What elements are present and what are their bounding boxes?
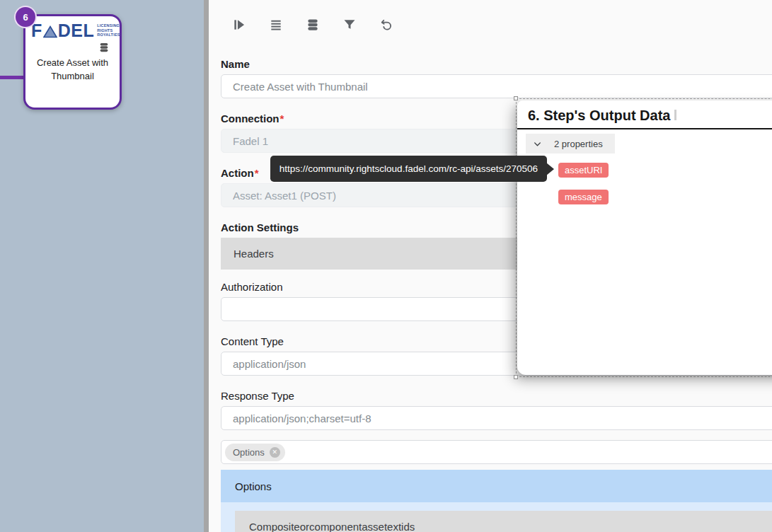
output-panel-title: 6. Step's Output Data — [517, 100, 772, 129]
step-output-panel: 6. Step's Output Data 2 properties asset… — [517, 100, 772, 375]
properties-expander[interactable]: 2 properties — [526, 134, 615, 154]
name-input[interactable] — [221, 74, 772, 98]
property-chip-list: assetURI message — [558, 163, 772, 204]
options-section-item[interactable]: Compositeorcomponentassetextids — [235, 511, 772, 532]
run-step-icon[interactable] — [232, 18, 246, 32]
property-chip-asseturi[interactable]: assetURI — [558, 163, 609, 178]
response-type-label: Response Type — [221, 390, 772, 403]
title-caret — [674, 110, 676, 120]
database-icon[interactable] — [306, 18, 320, 32]
required-asterisk: * — [280, 112, 284, 125]
step-card-title: Create Asset with Thumbnail — [30, 57, 115, 83]
fadel-logo-tagline: LICENSING RIGHTS ROYALTIES — [97, 23, 120, 38]
workflow-canvas: 6 F DEL LICENSING RIGHTS ROYALTIES — [0, 0, 204, 532]
fadel-logo-letter-f: F — [31, 22, 42, 39]
step-connector-line — [0, 76, 24, 79]
selection-handle-top-left[interactable] — [514, 96, 518, 100]
panel-divider-scrollbar[interactable] — [204, 0, 209, 532]
options-multiselect-field[interactable]: Options ✕ — [221, 440, 772, 464]
undo-icon[interactable] — [379, 18, 393, 32]
options-section-body: Compositeorcomponentassetextids — [221, 502, 772, 532]
remove-chip-icon[interactable]: ✕ — [270, 447, 280, 458]
asseturi-value-tooltip: https://community.rightscloud.fadel.com/… — [270, 156, 547, 182]
fadel-logo-letters-del: DEL — [58, 22, 95, 39]
property-chip-message[interactable]: message — [558, 190, 609, 204]
fadel-logo-triangle-icon — [43, 25, 57, 38]
options-section-header[interactable]: Options — [221, 470, 772, 502]
name-label: Name — [221, 58, 772, 71]
step-toolbar — [209, 0, 772, 58]
chevron-down-icon — [533, 139, 542, 149]
options-chip[interactable]: Options ✕ — [225, 444, 285, 461]
selection-handle-bottom-left[interactable] — [514, 375, 518, 379]
step-card-create-asset[interactable]: 6 F DEL LICENSING RIGHTS ROYALTIES — [23, 14, 122, 110]
properties-summary: 2 properties — [554, 139, 603, 149]
required-asterisk: * — [255, 167, 259, 179]
database-icon — [98, 42, 110, 53]
fadel-logo: F DEL LICENSING RIGHTS ROYALTIES — [30, 19, 115, 40]
step-number-badge: 6 — [16, 7, 35, 27]
output-panel-selection[interactable]: 6. Step's Output Data 2 properties asset… — [516, 98, 772, 377]
filter-icon[interactable] — [342, 18, 357, 32]
response-type-input[interactable] — [221, 406, 772, 430]
list-icon[interactable] — [269, 18, 283, 32]
